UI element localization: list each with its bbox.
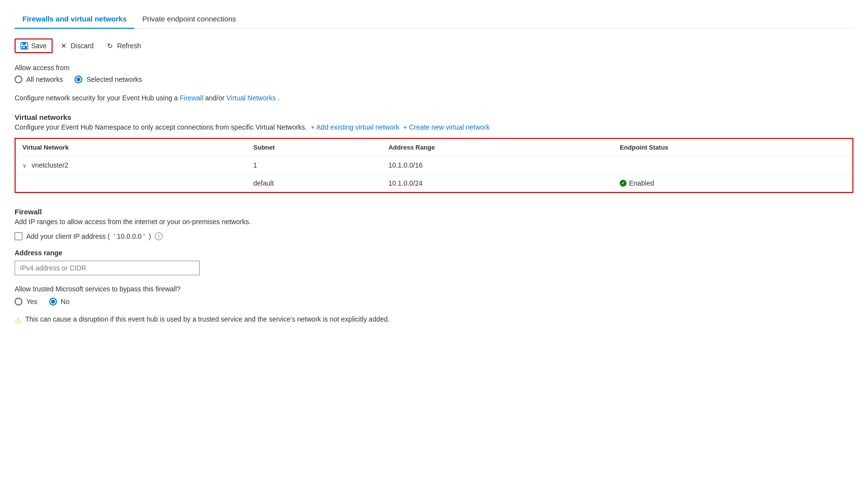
client-ip-checkbox[interactable]: [15, 232, 22, 240]
vnet-section-desc: Configure your Event Hub Namespace to on…: [15, 123, 853, 131]
firewall-section: Firewall Add IP ranges to allow access f…: [15, 208, 853, 275]
client-ip-suffix: ): [148, 232, 151, 240]
refresh-icon: ↻: [106, 42, 114, 50]
tab-firewalls[interactable]: Firewalls and virtual networks: [15, 10, 134, 29]
save-icon: [20, 42, 28, 50]
col-address-range: Address Range: [382, 139, 613, 156]
radio-yes-circle: [15, 298, 22, 305]
vnet-desc-text: Configure your Event Hub Namespace to on…: [15, 123, 307, 131]
info-prefix: Configure network security for your Even…: [15, 94, 178, 102]
table-row: default 10.1.0.0/24 Enabled: [16, 174, 852, 192]
firewall-link[interactable]: Firewall: [180, 94, 203, 102]
client-ip-row: Add your client IP address ( ' 10.0.0.0 …: [15, 232, 853, 240]
client-ip-info-icon[interactable]: i: [155, 232, 163, 240]
discard-icon: ✕: [60, 42, 68, 50]
radio-trusted-no[interactable]: No: [49, 298, 70, 305]
vnet-link[interactable]: Virtual Networks: [226, 94, 276, 102]
vnet-table-container: Virtual Network Subnet Address Range End…: [15, 138, 853, 193]
client-ip-value: ' 10.0.0.0 ': [114, 232, 145, 240]
table-header-row: Virtual Network Subnet Address Range End…: [16, 139, 852, 156]
discard-button[interactable]: ✕ Discard: [55, 39, 99, 53]
chevron-down-icon: ∨: [22, 162, 27, 169]
vnet-name-cell: ∨ vnetcluster2: [16, 156, 246, 174]
tab-endpoints[interactable]: Private endpoint connections: [134, 10, 244, 29]
toolbar: Save ✕ Discard ↻ Refresh: [15, 38, 853, 53]
radio-no-label: No: [61, 298, 70, 305]
warning-icon: ⚠: [15, 316, 21, 325]
col-virtual-network: Virtual Network: [16, 139, 246, 156]
address-range-label: Address range: [15, 249, 853, 257]
discard-label: Discard: [71, 42, 93, 50]
col-endpoint-status: Endpoint Status: [613, 139, 852, 156]
firewall-section-title: Firewall: [15, 208, 853, 216]
svg-rect-3: [23, 47, 25, 48]
status-cell-1: [613, 156, 852, 174]
vnet-table: Virtual Network Subnet Address Range End…: [16, 139, 852, 192]
status-cell-2: Enabled: [613, 174, 852, 192]
radio-all-circle: [15, 76, 22, 83]
vnet-name-cell-2: [16, 174, 246, 192]
radio-selected-label: Selected networks: [86, 76, 142, 83]
firewall-section-desc: Add IP ranges to allow access from the i…: [15, 218, 853, 226]
radio-all-label: All networks: [26, 76, 63, 83]
refresh-label: Refresh: [117, 42, 141, 50]
radio-selected-circle: [74, 76, 82, 83]
radio-all-networks[interactable]: All networks: [15, 76, 63, 83]
vnet-section-title: Virtual networks: [15, 113, 853, 121]
warning-text: This can cause a disruption if this even…: [25, 315, 389, 323]
address-range-input[interactable]: [15, 261, 200, 275]
trusted-services-section: Allow trusted Microsoft services to bypa…: [15, 285, 853, 325]
col-subnet: Subnet: [246, 139, 382, 156]
status-enabled-icon: [620, 180, 627, 187]
info-and-or: and/or: [205, 94, 224, 102]
client-ip-label: Add your client IP address (: [26, 232, 110, 240]
refresh-button[interactable]: ↻ Refresh: [101, 39, 146, 53]
info-text: Configure network security for your Even…: [15, 93, 853, 103]
radio-yes-label: Yes: [26, 298, 37, 305]
subnet-cell-2: default: [246, 174, 382, 192]
tab-bar: Firewalls and virtual networks Private e…: [15, 10, 853, 29]
save-label: Save: [31, 42, 47, 50]
radio-no-circle: [49, 298, 57, 305]
virtual-networks-section: Virtual networks Configure your Event Hu…: [15, 113, 853, 193]
create-new-vnet-link[interactable]: + Create new virtual network: [403, 123, 490, 131]
radio-selected-networks[interactable]: Selected networks: [74, 76, 142, 83]
access-radio-group: All networks Selected networks: [15, 76, 853, 83]
warning-row: ⚠ This can cause a disruption if this ev…: [15, 315, 853, 325]
address-range-cell-2: 10.1.0.0/24: [382, 174, 613, 192]
address-range-field: Address range: [15, 249, 853, 275]
info-suffix: .: [278, 94, 280, 102]
trusted-radio-group: Yes No: [15, 298, 853, 305]
allow-access-label: Allow access from: [15, 64, 853, 72]
radio-trusted-yes[interactable]: Yes: [15, 298, 37, 305]
table-row: ∨ vnetcluster2 1 10.1.0.0/16: [16, 156, 852, 174]
subnet-cell-1: 1: [246, 156, 382, 174]
trusted-question: Allow trusted Microsoft services to bypa…: [15, 285, 853, 293]
save-button[interactable]: Save: [15, 38, 53, 53]
svg-rect-1: [22, 42, 26, 45]
add-existing-vnet-link[interactable]: + Add existing virtual network: [311, 123, 399, 131]
status-enabled-label: Enabled: [629, 179, 654, 187]
vnet-name: vnetcluster2: [32, 161, 68, 169]
address-range-cell-1: 10.1.0.0/16: [382, 156, 613, 174]
